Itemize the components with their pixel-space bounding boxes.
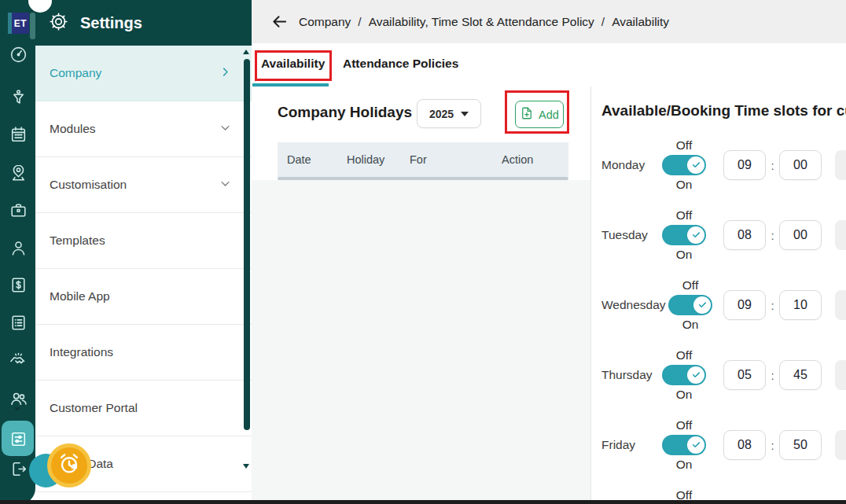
sidebar-item-company[interactable]: Company (35, 46, 252, 101)
column-action: Action (492, 153, 568, 166)
day-toggle[interactable] (668, 295, 712, 315)
minute-input[interactable]: 45 (779, 360, 822, 390)
holidays-table-body-empty (252, 180, 590, 504)
sidebar-item-modules[interactable]: Modules (35, 101, 252, 157)
reminder-floating-button[interactable] (47, 443, 91, 487)
timeslots-panel: Available/Booking Time slots for cu Mond… (591, 86, 846, 504)
day-toggle[interactable] (662, 365, 706, 385)
hour-input[interactable]: 05 (723, 360, 766, 390)
day-label: Monday (601, 158, 645, 172)
sidebar-scrollbar[interactable] (244, 59, 250, 430)
chevron-down-icon (219, 122, 231, 137)
minute-input[interactable]: 00 (779, 220, 822, 250)
tab-attendance-policies[interactable]: Attendance Policies (343, 43, 458, 83)
settings-sidebar: Company Modules Customisation Templates … (35, 46, 252, 504)
column-for: For (400, 153, 492, 166)
off-label: Off (682, 278, 698, 292)
annotation-box-availability (255, 50, 332, 81)
minute-input[interactable]: 00 (779, 150, 822, 180)
sidebar-item-customisation[interactable]: Customisation (35, 157, 252, 213)
off-label: Off (676, 348, 692, 362)
rail-scrollbar[interactable] (30, 13, 35, 39)
annotation-box-add: Add (505, 90, 569, 134)
gear-icon (48, 11, 69, 35)
day-label: Wednesday (601, 298, 666, 312)
dashboard-icon[interactable] (8, 44, 28, 64)
edge-clipped-control[interactable] (835, 360, 846, 390)
holidays-title: Company Holidays (278, 104, 412, 121)
calendar-icon[interactable] (8, 124, 28, 145)
sidebar-item-templates[interactable]: Templates (35, 213, 252, 269)
column-holiday: Holiday (337, 153, 400, 166)
hour-input[interactable]: 09 (723, 150, 766, 180)
on-label: On (676, 458, 693, 472)
on-label: On (682, 318, 699, 332)
column-date: Date (278, 153, 337, 166)
add-file-icon (520, 106, 534, 123)
day-toggle[interactable] (662, 435, 706, 455)
sidebar-scroll-down-icon[interactable] (243, 464, 249, 469)
chevron-down-icon (219, 178, 231, 193)
icon-rail: ET (0, 0, 35, 504)
edge-clipped-control[interactable] (835, 290, 846, 320)
settings-sliders-icon[interactable] (8, 429, 28, 449)
edge-clipped-control[interactable] (835, 150, 846, 180)
location-icon[interactable] (8, 162, 28, 182)
sidebar-item-integrations[interactable]: Integrations (35, 325, 252, 381)
toggle-check-icon (687, 436, 704, 454)
day-label: Tuesday (601, 228, 648, 242)
off-label: Off (676, 418, 692, 432)
on-label: On (676, 388, 693, 402)
timeslot-row-tuesday: Tuesday Off On 08 : 00 (591, 200, 846, 270)
logout-icon[interactable] (8, 458, 28, 479)
sidebar-item-customer-portal[interactable]: Customer Portal (35, 381, 252, 436)
billing-icon[interactable] (8, 274, 28, 295)
year-dropdown[interactable]: 2025 (417, 99, 481, 128)
tab-bar: Availability Attendance Policies (252, 43, 846, 86)
window-bottom-edge (0, 500, 846, 504)
app-logo: ET (8, 13, 29, 34)
report-list-icon[interactable] (8, 312, 28, 333)
day-label: Friday (601, 438, 635, 452)
sidebar-scroll-up-icon[interactable] (243, 50, 249, 54)
on-label: On (676, 248, 693, 262)
off-label: Off (676, 208, 692, 223)
lead-filter-icon[interactable] (8, 87, 28, 108)
timeslot-row-monday: Monday Off On 09 : 00 (591, 130, 846, 200)
timeslots-title: Available/Booking Time slots for cu (601, 102, 846, 120)
hour-input[interactable]: 08 (723, 430, 766, 460)
back-arrow-icon[interactable] (269, 12, 289, 32)
day-toggle[interactable] (662, 155, 706, 175)
on-label: On (676, 178, 693, 192)
alarm-clock-icon (57, 451, 82, 480)
day-label: Thursday (601, 368, 653, 382)
minute-input[interactable]: 50 (779, 430, 822, 460)
chevron-right-icon (219, 66, 231, 81)
off-label: Off (676, 138, 692, 153)
timeslot-row-thursday: Thursday Off On 05 : 45 (591, 340, 846, 410)
toggle-check-icon (687, 156, 704, 174)
rail-more-chevron-icon[interactable] (14, 407, 20, 411)
caret-down-icon (461, 112, 469, 116)
hour-input[interactable]: 08 (723, 220, 766, 250)
breadcrumb-policy[interactable]: Availability, Time Slot & Attendance Pol… (369, 15, 594, 29)
team-icon[interactable] (8, 388, 28, 408)
sidebar-item-mobile-app[interactable]: Mobile App (35, 269, 252, 325)
breadcrumb-company[interactable]: Company (299, 15, 351, 29)
minute-input[interactable]: 10 (779, 290, 822, 320)
edge-clipped-control[interactable] (835, 430, 846, 460)
hour-input[interactable]: 09 (723, 290, 766, 320)
breadcrumb-availability[interactable]: Availability (612, 15, 669, 29)
breadcrumb-bar: Company / Availability, Time Slot & Atte… (252, 0, 846, 43)
handshake-icon[interactable] (8, 350, 28, 370)
settings-header: Settings (35, 0, 252, 46)
add-holiday-button[interactable]: Add (515, 101, 564, 128)
company-holidays-panel: Company Holidays 2025 Add Date Holiday F… (252, 86, 591, 504)
timeslot-row-wednesday: Wednesday Off On 09 : 10 (591, 270, 846, 340)
day-toggle[interactable] (662, 225, 706, 245)
edge-clipped-control[interactable] (835, 220, 846, 250)
page-title: Settings (80, 14, 142, 32)
user-icon[interactable] (8, 237, 28, 258)
toggle-check-icon (693, 296, 711, 314)
briefcase-icon[interactable] (8, 200, 28, 220)
